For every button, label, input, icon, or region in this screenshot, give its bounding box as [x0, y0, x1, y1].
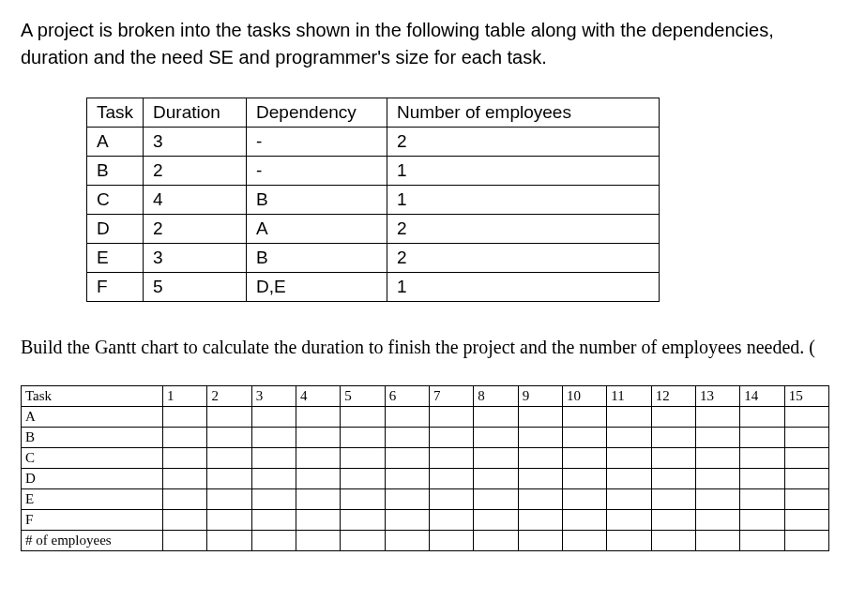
gantt-cell — [474, 407, 518, 428]
gantt-cell — [518, 489, 562, 510]
gantt-cell — [430, 469, 474, 489]
gantt-cell — [784, 428, 828, 448]
task-table-container: Task Duration Dependency Number of emplo… — [86, 98, 829, 302]
gantt-cell — [385, 448, 429, 469]
gantt-cell — [695, 531, 739, 551]
task-table-header-row: Task Duration Dependency Number of emplo… — [87, 98, 660, 128]
gantt-cell — [651, 448, 695, 469]
table-row: B 2 - 1 — [87, 157, 660, 186]
gantt-cell — [430, 407, 474, 428]
gantt-cell — [207, 469, 251, 489]
gantt-time-header: 14 — [740, 386, 784, 407]
gantt-cell — [607, 531, 651, 551]
gantt-cell — [207, 428, 251, 448]
gantt-cell — [163, 469, 207, 489]
gantt-cell — [740, 510, 784, 531]
gantt-time-header: 1 — [163, 386, 207, 407]
task-table: Task Duration Dependency Number of emplo… — [86, 98, 660, 302]
gantt-cell — [518, 428, 562, 448]
gantt-cell — [296, 407, 341, 428]
cell-duration: 3 — [144, 244, 247, 273]
gantt-time-header: 2 — [207, 386, 251, 407]
cell-task: B — [87, 157, 144, 186]
cell-dependency: - — [247, 128, 387, 157]
gantt-cell — [740, 428, 784, 448]
gantt-row: A — [22, 407, 829, 428]
cell-task: C — [87, 186, 144, 215]
cell-duration: 2 — [144, 215, 247, 244]
gantt-cell — [251, 428, 296, 448]
instruction-text: Build the Gantt chart to calculate the d… — [21, 334, 829, 361]
gantt-cell — [474, 428, 518, 448]
cell-employees: 2 — [387, 128, 660, 157]
cell-employees: 2 — [387, 215, 660, 244]
gantt-row-label: E — [22, 489, 163, 510]
gantt-cell — [607, 407, 651, 428]
gantt-time-header: 13 — [695, 386, 739, 407]
cell-duration: 2 — [144, 157, 247, 186]
gantt-cell — [430, 448, 474, 469]
gantt-time-header: 9 — [518, 386, 562, 407]
gantt-cell — [563, 510, 607, 531]
gantt-time-header: 6 — [385, 386, 429, 407]
cell-dependency: - — [247, 157, 387, 186]
gantt-time-header: 12 — [651, 386, 695, 407]
gantt-cell — [607, 510, 651, 531]
gantt-cell — [784, 510, 828, 531]
gantt-cell — [251, 448, 296, 469]
gantt-cell — [740, 448, 784, 469]
gantt-cell — [296, 469, 341, 489]
gantt-cell — [740, 469, 784, 489]
gantt-cell — [563, 531, 607, 551]
gantt-header-label: Task — [22, 386, 163, 407]
table-row: C 4 B 1 — [87, 186, 660, 215]
gantt-cell — [518, 531, 562, 551]
gantt-cell — [474, 448, 518, 469]
table-row: F 5 D,E 1 — [87, 273, 660, 302]
gantt-cell — [651, 489, 695, 510]
gantt-cell — [296, 428, 341, 448]
gantt-cell — [163, 428, 207, 448]
gantt-cell — [474, 489, 518, 510]
gantt-cell — [651, 428, 695, 448]
gantt-row-label: D — [22, 469, 163, 489]
cell-dependency: B — [247, 186, 387, 215]
gantt-cell — [784, 407, 828, 428]
gantt-cell — [784, 489, 828, 510]
gantt-cell — [207, 448, 251, 469]
gantt-cell — [385, 428, 429, 448]
gantt-cell — [695, 489, 739, 510]
gantt-cell — [251, 407, 296, 428]
cell-task: D — [87, 215, 144, 244]
gantt-cell — [695, 448, 739, 469]
gantt-cell — [518, 510, 562, 531]
gantt-cell — [341, 448, 385, 469]
header-task: Task — [87, 98, 144, 128]
gantt-cell — [385, 469, 429, 489]
gantt-cell — [695, 510, 739, 531]
table-row: A 3 - 2 — [87, 128, 660, 157]
gantt-cell — [695, 407, 739, 428]
gantt-cell — [695, 469, 739, 489]
gantt-header-row: Task 1 2 3 4 5 6 7 8 9 10 11 12 13 14 15 — [22, 386, 829, 407]
gantt-cell — [784, 531, 828, 551]
header-duration: Duration — [144, 98, 247, 128]
gantt-cell — [296, 489, 341, 510]
gantt-cell — [385, 407, 429, 428]
gantt-cell — [207, 489, 251, 510]
gantt-cell — [251, 469, 296, 489]
gantt-cell — [251, 489, 296, 510]
gantt-cell — [430, 510, 474, 531]
gantt-cell — [607, 489, 651, 510]
gantt-cell — [385, 489, 429, 510]
table-row: D 2 A 2 — [87, 215, 660, 244]
gantt-cell — [251, 531, 296, 551]
gantt-time-header: 4 — [296, 386, 341, 407]
gantt-cell — [251, 510, 296, 531]
gantt-row: D — [22, 469, 829, 489]
gantt-time-header: 11 — [607, 386, 651, 407]
gantt-cell — [163, 489, 207, 510]
gantt-cell — [163, 407, 207, 428]
gantt-cell — [784, 469, 828, 489]
gantt-cell — [341, 531, 385, 551]
